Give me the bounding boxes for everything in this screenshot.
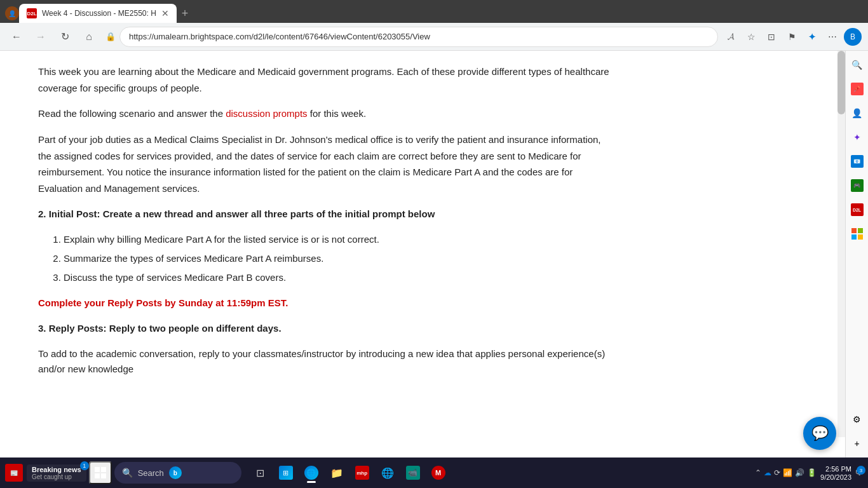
news-icon: 📰 [5, 464, 23, 482]
deadline-text: Complete your Reply Posts by Sunday at 1… [38, 295, 610, 311]
taskbar-clock[interactable]: 2:56 PM 9/20/2023 [820, 465, 851, 481]
taskbar: 📰 1 Breaking news Get caught up 🔍 Search… [0, 458, 868, 488]
content-body: This week you are learning about the Med… [38, 64, 610, 377]
reply-heading: 3. Reply Posts: Reply to two people on d… [38, 321, 610, 336]
more-options-button[interactable]: ⋯ [824, 28, 841, 46]
tab-favicon: D2L [27, 8, 37, 18]
browser-right-panel: 🔍 📌 👤 ✦ 📧 🎮 D2L ⚙ + [845, 51, 868, 458]
copilot-button[interactable]: ✦ [803, 28, 821, 46]
settings-sidebar-icon[interactable]: ⚙ [847, 409, 867, 430]
scenario-paragraph: Part of your job duties as a Medical Cla… [38, 132, 610, 196]
scrollbar-thumb[interactable] [837, 51, 845, 114]
edge-active-indicator [307, 481, 316, 483]
forward-button[interactable]: → [31, 27, 51, 47]
onedrive-icon[interactable]: ☁ [764, 468, 771, 477]
sync-icon[interactable]: ⟳ [774, 468, 780, 477]
mcafee-icon: M [431, 466, 445, 480]
breaking-news-widget[interactable]: 📰 1 Breaking news Get caught up [5, 464, 86, 482]
list-item-2: Summarize the types of services Medicare… [64, 251, 610, 266]
start-icon [95, 467, 106, 478]
lock-icon: 🔒 [105, 32, 116, 41]
active-tab[interactable]: D2L Week 4 - Discussion - ME2550: H ✕ [19, 4, 177, 23]
nav-icons-group: 𝓐 ☆ ⊡ ⚑ ✦ ⋯ B [722, 28, 862, 46]
bing-icon: b [169, 466, 182, 479]
scrollbar-track[interactable] [837, 51, 845, 437]
edge-taskbar-button[interactable]: 🌐 [300, 461, 323, 484]
tab-close-button[interactable]: ✕ [161, 8, 169, 18]
start-button[interactable] [89, 461, 112, 484]
windows-sidebar-icon[interactable] [847, 224, 867, 244]
tab-bar: 👤 D2L Week 4 - Discussion - ME2550: H ✕ … [0, 0, 868, 23]
breaking-news-text: Breaking news Get caught up [27, 464, 86, 482]
d2l-sidebar-icon[interactable]: D2L [847, 200, 867, 220]
navigation-bar: ← → ↻ ⌂ 🔒 𝓐 ☆ ⊡ ⚑ ✦ ⋯ B [0, 23, 868, 51]
notification-center-button[interactable]: 🗨 3 [855, 468, 863, 477]
refresh-button[interactable]: ↻ [55, 27, 75, 47]
browser2-icon: 🌐 [381, 466, 395, 480]
chat-icon: 💬 [811, 425, 829, 442]
taskbar-search-icon: 🔍 [122, 468, 133, 478]
prompt-heading: 2. Initial Post: Create a new thread and… [38, 207, 610, 222]
news-count-badge: 1 [80, 461, 89, 470]
edge-profile-button[interactable]: B [844, 28, 862, 46]
list-item-1: Explain why billing Medicare Part A for … [64, 232, 610, 247]
discussion-link[interactable]: discussion prompts [226, 108, 307, 119]
mhp-button[interactable]: mhp [351, 461, 374, 484]
file-explorer-icon: 📁 [330, 466, 344, 480]
intro-paragraph: This week you are learning about the Med… [38, 64, 610, 96]
read-aloud-button[interactable]: 𝓐 [722, 28, 740, 46]
main-content-area: This week you are learning about the Med… [0, 51, 837, 458]
browser2-button[interactable]: 🌐 [376, 461, 399, 484]
meet-icon: 📹 [406, 466, 420, 480]
collections-button[interactable]: ⚑ [783, 28, 801, 46]
chat-bubble-button[interactable]: 💬 [803, 417, 836, 450]
favorites-button[interactable]: ☆ [742, 28, 760, 46]
mhp-icon: mhp [355, 466, 369, 480]
mcafee-button[interactable]: M [427, 461, 450, 484]
games-sidebar-icon[interactable]: 🎮 [847, 175, 867, 196]
notification-count-badge: 3 [857, 466, 865, 475]
favorites-sidebar-icon[interactable]: 📌 [847, 79, 867, 99]
home-button[interactable]: ⌂ [79, 27, 99, 47]
battery-icon[interactable]: 🔋 [807, 468, 817, 477]
sys-icons-group: ⌃ ☁ ⟳ 📶 🔊 🔋 [755, 468, 817, 477]
wifi-icon[interactable]: 📶 [783, 468, 792, 477]
read-scenario-paragraph: Read the following scenario and answer t… [38, 106, 610, 121]
search-sidebar-icon[interactable]: 🔍 [847, 55, 867, 75]
add-sidebar-icon[interactable]: + [847, 433, 867, 454]
list-item-3: Discuss the type of services Medicare Pa… [64, 270, 610, 285]
tab-title-text: Week 4 - Discussion - ME2550: H [42, 9, 156, 18]
file-explorer-button[interactable]: 📁 [325, 461, 348, 484]
meet-button[interactable]: 📹 [402, 461, 424, 484]
prompt-list: Explain why billing Medicare Part A for … [64, 232, 610, 285]
volume-icon[interactable]: 🔊 [795, 468, 804, 477]
reply-body-text: To add to the academic conversation, rep… [38, 346, 610, 377]
back-button[interactable]: ← [6, 27, 27, 47]
copilot-sidebar-icon[interactable]: ✦ [847, 127, 867, 147]
address-bar[interactable] [119, 27, 718, 47]
task-view-button[interactable]: ⊡ [249, 461, 272, 484]
taskbar-search-text: Search [138, 468, 164, 478]
split-screen-button[interactable]: ⊡ [763, 28, 780, 46]
profile-sidebar-icon[interactable]: 👤 [847, 103, 867, 123]
edge-taskbar-icon: 🌐 [304, 466, 318, 480]
taskbar-apps-group: ⊡ ⊞ 🌐 📁 mhp 🌐 📹 M [249, 461, 450, 484]
new-tab-button[interactable]: + [182, 7, 189, 23]
taskbar-search-bar[interactable]: 🔍 Search b [114, 462, 241, 484]
profile-avatar[interactable]: 👤 [5, 6, 19, 20]
outlook-sidebar-icon[interactable]: 📧 [847, 151, 867, 172]
widgets-icon: ⊞ [279, 466, 293, 480]
system-tray: ⌃ ☁ ⟳ 📶 🔊 🔋 2:56 PM 9/20/2023 🗨 3 [755, 465, 863, 481]
widgets-button[interactable]: ⊞ [275, 461, 297, 484]
task-view-icon: ⊡ [254, 466, 267, 479]
network-notification-icon[interactable]: ⌃ [755, 468, 761, 477]
